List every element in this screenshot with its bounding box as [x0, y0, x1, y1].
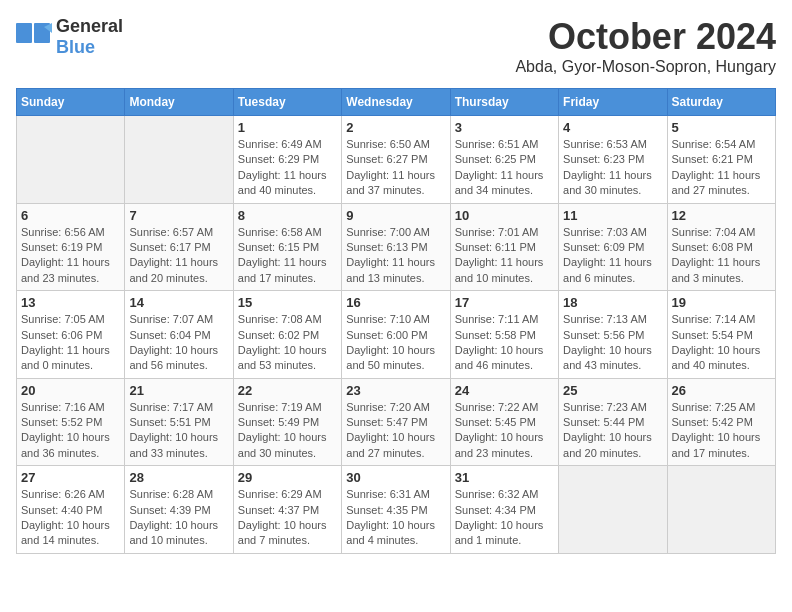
day-info: Sunrise: 6:32 AMSunset: 4:34 PMDaylight:…	[455, 487, 554, 549]
day-number: 25	[563, 383, 662, 398]
calendar-cell: 10Sunrise: 7:01 AMSunset: 6:11 PMDayligh…	[450, 203, 558, 291]
day-number: 13	[21, 295, 120, 310]
day-info: Sunrise: 6:50 AMSunset: 6:27 PMDaylight:…	[346, 137, 445, 199]
calendar-cell: 5Sunrise: 6:54 AMSunset: 6:21 PMDaylight…	[667, 116, 775, 204]
day-number: 29	[238, 470, 337, 485]
calendar-cell: 1Sunrise: 6:49 AMSunset: 6:29 PMDaylight…	[233, 116, 341, 204]
day-info: Sunrise: 6:57 AMSunset: 6:17 PMDaylight:…	[129, 225, 228, 287]
day-info: Sunrise: 7:07 AMSunset: 6:04 PMDaylight:…	[129, 312, 228, 374]
day-number: 6	[21, 208, 120, 223]
calendar-header: SundayMondayTuesdayWednesdayThursdayFrid…	[17, 89, 776, 116]
header-row: SundayMondayTuesdayWednesdayThursdayFrid…	[17, 89, 776, 116]
day-number: 4	[563, 120, 662, 135]
calendar-cell: 21Sunrise: 7:17 AMSunset: 5:51 PMDayligh…	[125, 378, 233, 466]
calendar-cell: 30Sunrise: 6:31 AMSunset: 4:35 PMDayligh…	[342, 466, 450, 554]
day-info: Sunrise: 7:20 AMSunset: 5:47 PMDaylight:…	[346, 400, 445, 462]
calendar-cell: 4Sunrise: 6:53 AMSunset: 6:23 PMDaylight…	[559, 116, 667, 204]
header-day-monday: Monday	[125, 89, 233, 116]
day-info: Sunrise: 7:23 AMSunset: 5:44 PMDaylight:…	[563, 400, 662, 462]
day-info: Sunrise: 7:05 AMSunset: 6:06 PMDaylight:…	[21, 312, 120, 374]
calendar-title: October 2024	[515, 16, 776, 58]
header-day-thursday: Thursday	[450, 89, 558, 116]
day-number: 16	[346, 295, 445, 310]
header-day-sunday: Sunday	[17, 89, 125, 116]
calendar-cell: 14Sunrise: 7:07 AMSunset: 6:04 PMDayligh…	[125, 291, 233, 379]
calendar-cell: 16Sunrise: 7:10 AMSunset: 6:00 PMDayligh…	[342, 291, 450, 379]
day-number: 3	[455, 120, 554, 135]
day-info: Sunrise: 7:03 AMSunset: 6:09 PMDaylight:…	[563, 225, 662, 287]
calendar-cell: 23Sunrise: 7:20 AMSunset: 5:47 PMDayligh…	[342, 378, 450, 466]
calendar-cell: 3Sunrise: 6:51 AMSunset: 6:25 PMDaylight…	[450, 116, 558, 204]
day-info: Sunrise: 7:01 AMSunset: 6:11 PMDaylight:…	[455, 225, 554, 287]
calendar-cell: 25Sunrise: 7:23 AMSunset: 5:44 PMDayligh…	[559, 378, 667, 466]
week-row-1: 1Sunrise: 6:49 AMSunset: 6:29 PMDaylight…	[17, 116, 776, 204]
logo-icon	[16, 23, 52, 51]
page-header: General Blue October 2024 Abda, Gyor-Mos…	[16, 16, 776, 76]
title-section: October 2024 Abda, Gyor-Moson-Sopron, Hu…	[515, 16, 776, 76]
day-number: 22	[238, 383, 337, 398]
day-number: 15	[238, 295, 337, 310]
day-number: 30	[346, 470, 445, 485]
day-info: Sunrise: 6:28 AMSunset: 4:39 PMDaylight:…	[129, 487, 228, 549]
calendar-cell: 12Sunrise: 7:04 AMSunset: 6:08 PMDayligh…	[667, 203, 775, 291]
day-number: 14	[129, 295, 228, 310]
day-number: 17	[455, 295, 554, 310]
calendar-cell: 26Sunrise: 7:25 AMSunset: 5:42 PMDayligh…	[667, 378, 775, 466]
day-number: 2	[346, 120, 445, 135]
calendar-cell: 22Sunrise: 7:19 AMSunset: 5:49 PMDayligh…	[233, 378, 341, 466]
day-number: 27	[21, 470, 120, 485]
day-info: Sunrise: 6:49 AMSunset: 6:29 PMDaylight:…	[238, 137, 337, 199]
day-number: 28	[129, 470, 228, 485]
day-info: Sunrise: 7:19 AMSunset: 5:49 PMDaylight:…	[238, 400, 337, 462]
calendar-body: 1Sunrise: 6:49 AMSunset: 6:29 PMDaylight…	[17, 116, 776, 554]
calendar-cell	[667, 466, 775, 554]
logo: General Blue	[16, 16, 123, 58]
calendar-cell: 15Sunrise: 7:08 AMSunset: 6:02 PMDayligh…	[233, 291, 341, 379]
calendar-cell	[559, 466, 667, 554]
week-row-4: 20Sunrise: 7:16 AMSunset: 5:52 PMDayligh…	[17, 378, 776, 466]
day-number: 9	[346, 208, 445, 223]
calendar-cell: 31Sunrise: 6:32 AMSunset: 4:34 PMDayligh…	[450, 466, 558, 554]
day-info: Sunrise: 7:17 AMSunset: 5:51 PMDaylight:…	[129, 400, 228, 462]
calendar-cell: 18Sunrise: 7:13 AMSunset: 5:56 PMDayligh…	[559, 291, 667, 379]
day-number: 19	[672, 295, 771, 310]
calendar-cell: 11Sunrise: 7:03 AMSunset: 6:09 PMDayligh…	[559, 203, 667, 291]
logo-general-text: General	[56, 16, 123, 36]
week-row-3: 13Sunrise: 7:05 AMSunset: 6:06 PMDayligh…	[17, 291, 776, 379]
day-number: 12	[672, 208, 771, 223]
calendar-cell: 19Sunrise: 7:14 AMSunset: 5:54 PMDayligh…	[667, 291, 775, 379]
calendar-cell: 2Sunrise: 6:50 AMSunset: 6:27 PMDaylight…	[342, 116, 450, 204]
calendar-cell: 24Sunrise: 7:22 AMSunset: 5:45 PMDayligh…	[450, 378, 558, 466]
calendar-cell: 9Sunrise: 7:00 AMSunset: 6:13 PMDaylight…	[342, 203, 450, 291]
calendar-cell: 17Sunrise: 7:11 AMSunset: 5:58 PMDayligh…	[450, 291, 558, 379]
day-number: 1	[238, 120, 337, 135]
day-number: 8	[238, 208, 337, 223]
header-day-tuesday: Tuesday	[233, 89, 341, 116]
calendar-cell: 7Sunrise: 6:57 AMSunset: 6:17 PMDaylight…	[125, 203, 233, 291]
day-info: Sunrise: 6:54 AMSunset: 6:21 PMDaylight:…	[672, 137, 771, 199]
day-number: 7	[129, 208, 228, 223]
day-info: Sunrise: 7:08 AMSunset: 6:02 PMDaylight:…	[238, 312, 337, 374]
day-info: Sunrise: 6:29 AMSunset: 4:37 PMDaylight:…	[238, 487, 337, 549]
header-day-friday: Friday	[559, 89, 667, 116]
day-info: Sunrise: 7:10 AMSunset: 6:00 PMDaylight:…	[346, 312, 445, 374]
day-number: 11	[563, 208, 662, 223]
day-info: Sunrise: 7:22 AMSunset: 5:45 PMDaylight:…	[455, 400, 554, 462]
day-info: Sunrise: 6:53 AMSunset: 6:23 PMDaylight:…	[563, 137, 662, 199]
day-number: 18	[563, 295, 662, 310]
calendar-cell: 28Sunrise: 6:28 AMSunset: 4:39 PMDayligh…	[125, 466, 233, 554]
day-number: 21	[129, 383, 228, 398]
calendar-cell: 13Sunrise: 7:05 AMSunset: 6:06 PMDayligh…	[17, 291, 125, 379]
day-info: Sunrise: 6:26 AMSunset: 4:40 PMDaylight:…	[21, 487, 120, 549]
day-info: Sunrise: 7:25 AMSunset: 5:42 PMDaylight:…	[672, 400, 771, 462]
day-info: Sunrise: 6:31 AMSunset: 4:35 PMDaylight:…	[346, 487, 445, 549]
week-row-5: 27Sunrise: 6:26 AMSunset: 4:40 PMDayligh…	[17, 466, 776, 554]
calendar-cell: 8Sunrise: 6:58 AMSunset: 6:15 PMDaylight…	[233, 203, 341, 291]
calendar-cell	[17, 116, 125, 204]
day-number: 23	[346, 383, 445, 398]
day-info: Sunrise: 6:58 AMSunset: 6:15 PMDaylight:…	[238, 225, 337, 287]
calendar-cell	[125, 116, 233, 204]
day-number: 24	[455, 383, 554, 398]
header-day-saturday: Saturday	[667, 89, 775, 116]
week-row-2: 6Sunrise: 6:56 AMSunset: 6:19 PMDaylight…	[17, 203, 776, 291]
